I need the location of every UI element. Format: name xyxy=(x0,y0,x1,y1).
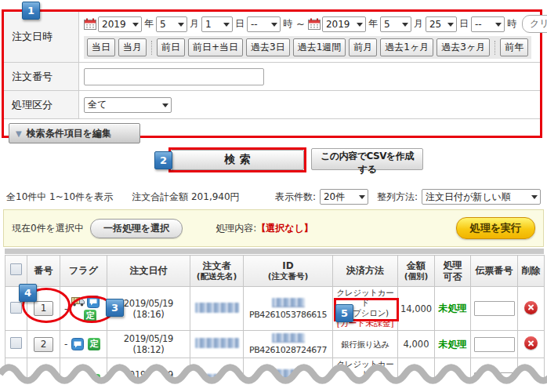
delete-icon[interactable] xyxy=(524,336,538,350)
slip-number-input[interactable] xyxy=(474,301,515,316)
row-checkbox[interactable] xyxy=(10,373,22,385)
quick-yesterday-today-button[interactable]: 前日+当日 xyxy=(188,38,243,56)
col-payment: 決済方法 xyxy=(333,256,398,287)
annotation-badge-3: 3 xyxy=(106,299,124,317)
order-row-3: 3 - 定 2019/05/19 (18:12) PB426102872487) xyxy=(5,358,545,392)
year-unit-label: 年 xyxy=(144,17,154,31)
comment-icon[interactable] xyxy=(71,374,84,387)
delete-icon[interactable] xyxy=(524,301,538,314)
col-process: 処理可否 xyxy=(435,256,471,287)
customer-name-blurred xyxy=(195,338,239,348)
order-date: 2019/05/19 (18:12) xyxy=(107,358,190,392)
customer-name-blurred xyxy=(195,303,239,313)
to-year-select[interactable]: 2019 xyxy=(322,16,366,32)
delete-icon[interactable] xyxy=(524,372,538,386)
order-search-page: 注文日時 2019 年 5 月 1 日 -- 時 ~ xyxy=(0,0,547,392)
process-category-select[interactable]: 全て xyxy=(84,97,172,113)
quick-last-month-button[interactable]: 前月 xyxy=(349,38,377,56)
quick-this-month-button[interactable]: 当月 xyxy=(118,38,147,56)
triangle-down-icon: ▼ xyxy=(16,129,22,138)
search-button[interactable]: 検 索 xyxy=(171,150,304,170)
quick-today-button[interactable]: 当日 xyxy=(87,38,115,56)
slip-number-input[interactable] xyxy=(474,372,515,387)
from-day-select[interactable]: 1 xyxy=(201,16,233,32)
create-csv-button[interactable]: この内容でCSVを作成する xyxy=(311,148,423,170)
order-number-row: 注文番号 xyxy=(4,63,540,91)
order-row-1: 1 - xyxy=(5,287,545,331)
comment-icon[interactable] xyxy=(71,338,84,350)
order-number-text: PB4261053786615 xyxy=(245,310,331,320)
order-id-link-blurred[interactable] xyxy=(272,333,305,343)
month-unit-label: 月 xyxy=(414,17,423,31)
row-number-button[interactable]: 1 xyxy=(34,301,53,316)
chevron-down-icon xyxy=(495,23,502,30)
quick-past-3months-button[interactable]: 過去3ヶ月 xyxy=(437,38,490,56)
delivery-truck-icon xyxy=(71,296,85,307)
process-category-label: 処理区分 xyxy=(4,91,79,118)
order-id-link-blurred[interactable] xyxy=(272,369,305,379)
order-row-2: 2 - 定 2019/05/19 (18:12) PB4261028724677 xyxy=(5,331,545,358)
edit-search-conditions-button[interactable]: ▼ 検索条件項目を編集 xyxy=(9,123,140,143)
from-hour-select[interactable]: -- xyxy=(247,16,281,32)
results-bar: 全10件中 1~10件を表示 注文合計金額 201,940円 表示件数: 20件… xyxy=(6,189,541,205)
quick-past-1month-button[interactable]: 過去1ヶ月 xyxy=(380,38,433,56)
comment-icon[interactable] xyxy=(87,296,100,308)
quick-past-3days-button[interactable]: 過去3日 xyxy=(246,38,290,56)
annotation-badge-1: 1 xyxy=(22,2,40,20)
sort-label: 整列方法: xyxy=(377,191,418,204)
row-number-button[interactable]: 3 xyxy=(34,372,53,387)
col-slip-number: 伝票番号 xyxy=(471,256,518,287)
col-order-date: 注文日付 xyxy=(107,256,190,287)
chevron-down-icon xyxy=(223,23,230,30)
col-amount: 金額(個別) xyxy=(398,256,435,287)
to-hour-select[interactable]: -- xyxy=(471,16,505,32)
row-number-button[interactable]: 2 xyxy=(34,337,53,352)
quick-yesterday-button[interactable]: 前日 xyxy=(157,38,185,56)
annotation-badge-2: 2 xyxy=(154,151,172,169)
customer-name-blurred xyxy=(195,374,239,384)
order-id-link-blurred[interactable] xyxy=(272,298,305,307)
payment-method: 銀行振り込み xyxy=(334,339,397,350)
chevron-down-icon xyxy=(132,23,139,30)
col-customer: 注文者(配送先名) xyxy=(190,256,244,287)
order-number-input[interactable] xyxy=(84,68,264,85)
from-year-select[interactable]: 2019 xyxy=(98,16,142,32)
table-top-strip xyxy=(5,249,544,254)
row-checkbox[interactable] xyxy=(10,337,22,349)
order-date: 2019/05/19 (18:12) xyxy=(107,331,190,358)
order-datetime-label: 注文日時 xyxy=(4,12,79,62)
to-month-select[interactable]: 5 xyxy=(380,16,411,32)
from-month-select[interactable]: 5 xyxy=(156,16,187,32)
sort-select[interactable]: 注文日付が新しい順 xyxy=(422,189,541,205)
annotation-badge-4: 4 xyxy=(19,284,37,302)
edit-search-conditions-label: 検索条件項目を編集 xyxy=(27,127,111,140)
chevron-down-icon xyxy=(271,23,277,30)
clear-button[interactable]: クリア xyxy=(522,15,547,33)
order-amount: 14,000 xyxy=(398,287,435,331)
order-amount: 10,000 xyxy=(398,358,435,392)
range-tilde: ~ xyxy=(296,18,305,30)
quick-last-year-button[interactable]: 前年 xyxy=(500,38,528,56)
execute-process-button[interactable]: 処理を実行 xyxy=(456,217,535,239)
process-status: 未処理 xyxy=(435,331,471,358)
col-id: ID(注文番号) xyxy=(244,256,333,287)
day-unit-label: 日 xyxy=(235,17,245,31)
divider xyxy=(494,41,495,55)
bulk-select-button[interactable]: 一括処理を選択 xyxy=(90,219,183,238)
order-total-text: 注文合計金額 201,940円 xyxy=(132,191,239,202)
selected-count-text: 現在0件を選択中 xyxy=(12,222,84,235)
col-delete: 削除 xyxy=(518,256,545,287)
select-all-checkbox[interactable] xyxy=(10,263,22,275)
search-form-panel: 注文日時 2019 年 5 月 1 日 -- 時 ~ xyxy=(2,9,542,138)
divider xyxy=(151,41,152,55)
per-page-select[interactable]: 20件 xyxy=(320,189,368,205)
row-checkbox[interactable] xyxy=(10,302,22,314)
flag-dash: - xyxy=(64,303,67,314)
calendar-icon[interactable] xyxy=(84,18,96,30)
calendar-icon[interactable] xyxy=(308,18,321,30)
slip-number-input[interactable] xyxy=(474,337,515,352)
month-unit-label: 月 xyxy=(190,17,199,31)
to-day-select[interactable]: 25 xyxy=(426,16,457,32)
order-number-text: PB4261028724677 xyxy=(245,345,331,355)
quick-past-week-button[interactable]: 過去1週間 xyxy=(293,38,346,56)
